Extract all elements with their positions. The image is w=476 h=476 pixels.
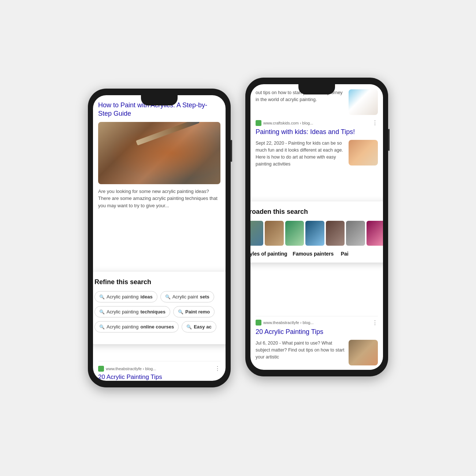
- search-icon: 🔍: [178, 309, 183, 315]
- right-screen-content: out tips on how to start your artistic j…: [250, 84, 383, 370]
- broaden-img-6: [346, 221, 365, 246]
- chip-easy-ac[interactable]: 🔍 Easy ac: [182, 321, 216, 332]
- broaden-img-3: [285, 221, 304, 246]
- chip-acrylic-sets[interactable]: 🔍 Acrylic paint sets: [160, 291, 214, 302]
- chip-acrylic-techniques[interactable]: 🔍 Acrylic painting techniques: [94, 306, 170, 317]
- source-favicon: [98, 366, 104, 372]
- left-bottom-result: www.theabstractlyfe › blog... ⋮ 20 Acryl…: [98, 361, 220, 381]
- right-bottom-image: [349, 340, 378, 365]
- refine-chip-row-2: 🔍 Acrylic painting techniques 🔍 Paint re…: [94, 306, 226, 317]
- craftskids-image: [349, 140, 378, 166]
- source-row: www.theabstractlyfe › blog... ⋮: [98, 365, 220, 372]
- broaden-card-title: Broaden this search: [250, 208, 383, 216]
- craftskids-favicon: [256, 120, 261, 126]
- search-icon: 🔍: [99, 309, 105, 315]
- right-bottom-url: www.theabstractlyfe › blog...: [263, 320, 314, 325]
- more-options-icon[interactable]: ⋮: [215, 365, 220, 372]
- right-bottom-snippet: Jul 6, 2020 - What paint to use? What su…: [256, 340, 345, 360]
- right-bottom-favicon: [256, 320, 261, 326]
- broaden-label-styles[interactable]: Styles of painting: [250, 251, 289, 257]
- image-overlay: [98, 122, 220, 184]
- top-snippet-image: [349, 89, 378, 115]
- search-icon: 🔍: [99, 324, 105, 330]
- right-top-snippet: out tips on how to start your artistic j…: [256, 89, 378, 115]
- left-phone-screen: How to Paint with Acrylics: A Step-by-St…: [93, 95, 226, 381]
- craftskids-result: www.craftskids.com › blog... ⋮ Painting …: [256, 119, 378, 167]
- divider: [256, 316, 378, 316]
- left-result-1: How to Paint with Acrylics: A Step-by-St…: [98, 101, 220, 209]
- craftskids-snippet: Sept 22, 2020 - Painting for kids can be…: [256, 140, 345, 167]
- craftskids-url: www.craftskids.com › blog...: [263, 121, 313, 125]
- left-screen-content: How to Paint with Acrylics: A Step-by-St…: [93, 95, 226, 381]
- more-options-icon[interactable]: ⋮: [372, 119, 378, 126]
- chip-online-courses[interactable]: 🔍 Acrylic painting online courses: [94, 321, 179, 332]
- broaden-img-4: [305, 221, 324, 246]
- left-result-snippet: Are you looking for some new acrylic pai…: [98, 188, 220, 209]
- broaden-images-row: [250, 221, 383, 246]
- broaden-img-5: [326, 221, 345, 246]
- broaden-search-card: Broaden this search Styles of painting F…: [250, 201, 383, 263]
- refine-card-title: Refine this search: [94, 278, 226, 286]
- chip-paint-remo[interactable]: 🔍 Paint remo: [173, 306, 215, 317]
- left-result-title[interactable]: How to Paint with Acrylics: A Step-by-St…: [98, 101, 220, 118]
- result-hero-image: [98, 122, 220, 184]
- broaden-img-2: [265, 221, 283, 246]
- refine-search-card: Refine this search 🔍 Acrylic painting id…: [93, 272, 226, 344]
- broaden-img-1: [250, 221, 263, 246]
- left-phone: How to Paint with Acrylics: A Step-by-St…: [88, 89, 231, 387]
- search-icon: 🔍: [165, 294, 171, 300]
- broaden-label-pai[interactable]: Pai: [341, 251, 383, 257]
- refine-chip-row-3: 🔍 Acrylic painting online courses 🔍 Easy…: [94, 321, 226, 332]
- right-bottom-title[interactable]: 20 Acrylic Painting Tips: [256, 328, 378, 336]
- source-url: www.theabstractlyfe › blog...: [106, 367, 156, 371]
- craftskids-source: www.craftskids.com › blog...: [256, 120, 313, 126]
- right-bottom-snippet-row: Jul 6, 2020 - What paint to use? What su…: [256, 340, 378, 365]
- broaden-labels-row: Styles of painting Famous painters Pai: [250, 251, 383, 257]
- right-bottom-source: www.theabstractlyfe › blog...: [256, 320, 314, 326]
- search-icon: 🔍: [186, 324, 192, 330]
- craftskids-title[interactable]: Painting with kids: Ideas and Tips!: [256, 128, 378, 136]
- broaden-img-7: [367, 221, 383, 246]
- craftskids-snippet-row: Sept 22, 2020 - Painting for kids can be…: [256, 140, 378, 167]
- right-bottom-source-row: www.theabstractlyfe › blog... ⋮: [256, 319, 378, 326]
- top-snippet-text: out tips on how to start your artistic j…: [256, 89, 345, 103]
- bottom-result-title[interactable]: 20 Acrylic Painting Tips: [98, 373, 220, 381]
- right-phone: out tips on how to start your artistic j…: [245, 78, 388, 376]
- broaden-label-famous[interactable]: Famous painters: [293, 251, 337, 257]
- right-bottom-result: www.theabstractlyfe › blog... ⋮ 20 Acryl…: [256, 316, 378, 370]
- right-phone-screen: out tips on how to start your artistic j…: [250, 84, 383, 370]
- chip-acrylic-ideas[interactable]: 🔍 Acrylic painting ideas: [94, 291, 157, 302]
- more-options-icon[interactable]: ⋮: [372, 319, 378, 326]
- source-info: www.theabstractlyfe › blog...: [98, 366, 156, 372]
- search-icon: 🔍: [99, 294, 105, 300]
- craftskids-source-row: www.craftskids.com › blog... ⋮: [256, 119, 378, 126]
- refine-chip-row-1: 🔍 Acrylic painting ideas 🔍 Acrylic paint…: [94, 291, 226, 302]
